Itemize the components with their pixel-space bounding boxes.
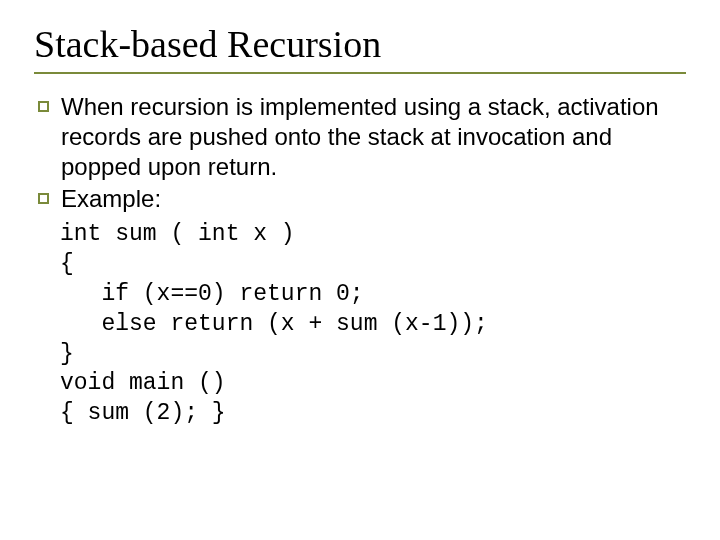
bullet-list: When recursion is implemented using a st… bbox=[34, 92, 686, 214]
slide-container: Stack-based Recursion When recursion is … bbox=[0, 0, 720, 429]
bullet-item: Example: bbox=[38, 184, 686, 214]
bullet-item: When recursion is implemented using a st… bbox=[38, 92, 686, 182]
slide-title: Stack-based Recursion bbox=[34, 22, 686, 66]
title-underline bbox=[34, 72, 686, 74]
bullet-square-icon bbox=[38, 101, 49, 112]
bullet-text: When recursion is implemented using a st… bbox=[61, 92, 686, 182]
bullet-square-icon bbox=[38, 193, 49, 204]
code-example: int sum ( int x ) { if (x==0) return 0; … bbox=[60, 220, 686, 429]
bullet-text: Example: bbox=[61, 184, 161, 214]
